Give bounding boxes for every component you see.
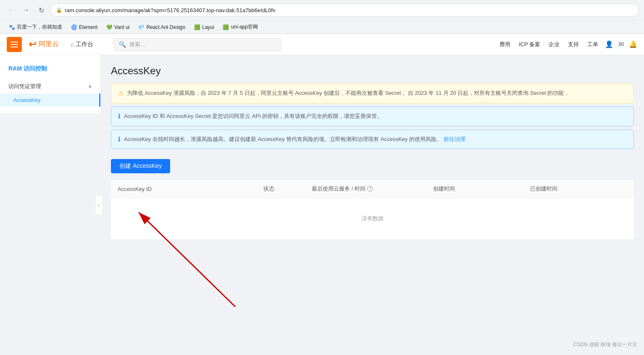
info-icon-1: ℹ: [118, 112, 121, 120]
lock-icon: 🔒: [56, 7, 62, 13]
page-title: AccessKey: [111, 65, 634, 77]
last-used-label: 最后使用云服务 / 时间: [312, 185, 365, 193]
reload-button[interactable]: ↻: [35, 4, 47, 16]
aliyun-logo[interactable]: ↩ 阿里云: [29, 39, 59, 50]
chevron-left-icon: <: [98, 203, 100, 208]
bookmark-icon-baidu: 🐾: [8, 24, 15, 31]
chevron-up-icon: ∧: [88, 84, 92, 89]
sidebar-section-label: 访问凭证管理: [8, 83, 41, 90]
accesskey-table: AccessKey ID 状态 最后使用云服务 / 时间 ? 创建时间 已创建时…: [111, 180, 634, 239]
nav-icp[interactable]: ICP 备案: [519, 41, 540, 48]
home-icon: ⌂: [71, 41, 74, 48]
last-used-help-icon[interactable]: ?: [367, 186, 373, 192]
workbench-button[interactable]: ⌂ 工作台: [66, 39, 98, 50]
header-search[interactable]: 🔍 搜索...: [113, 38, 281, 51]
bookmark-vant[interactable]: 💚Vant ui: [103, 23, 133, 32]
address-bar[interactable]: 🔒 ram.console.aliyun.com/manage/ak?spm=5…: [50, 3, 639, 17]
nav-support[interactable]: 支持: [568, 41, 579, 48]
info-icon-2: ℹ: [118, 136, 121, 143]
bookmark-label-uniapp: uni-app官网: [231, 23, 258, 31]
bookmark-uniapp[interactable]: 🟩uni-app官网: [219, 22, 261, 32]
csdn-hint-text: CSDN @跟 耿瑞 卷出一片天: [573, 342, 637, 347]
alert-info-1-text: AccessKey ID 和 AccessKey Secret 是您访问阿里云 …: [124, 112, 382, 121]
sidebar: RAM 访问控制 访问凭证管理 ∧ AccessKey: [0, 55, 101, 113]
person-icon[interactable]: 👤: [605, 40, 613, 48]
sidebar-title: RAM 访问控制: [0, 62, 100, 79]
nav-fees[interactable]: 费用: [499, 41, 510, 48]
warning-icon: ⚠: [118, 89, 124, 97]
alert-warning-text: 为降低 AccessKey 泄露风险，自 2023 年 7 月 5 日起，阿里云…: [127, 89, 569, 98]
search-placeholder: 搜索...: [129, 41, 145, 48]
bookmark-label-vant: Vant ui: [114, 24, 129, 30]
hamburger-button[interactable]: [7, 37, 22, 52]
bookmark-icon-uniapp: 🟩: [223, 24, 229, 31]
url-text: ram.console.aliyun.com/manage/ak?spm=517…: [65, 7, 633, 13]
goto-manage-link[interactable]: 前往治理: [444, 136, 465, 142]
bookmark-react-ant[interactable]: 💎React Ant Design: [135, 23, 189, 32]
nav-enterprise[interactable]: 企业: [549, 41, 560, 48]
nav-workorder[interactable]: 工单: [587, 41, 598, 48]
table-col-duration: 已创建时间: [530, 185, 627, 193]
bookmark-icon-layui: 🟩: [194, 24, 200, 31]
sidebar-section-credentials[interactable]: 访问凭证管理 ∧: [0, 79, 100, 94]
sidebar-collapse-button[interactable]: <: [96, 195, 103, 215]
browser-toolbar: ← → ↻ 🔒 ram.console.aliyun.com/manage/ak…: [0, 0, 644, 20]
bookmark-icon-element: 🌀: [71, 24, 77, 31]
bookmark-label-baidu: 百度一下，你就知道: [17, 23, 62, 31]
sidebar-wrapper: RAM 访问控制 访问凭证管理 ∧ AccessKey <: [0, 55, 101, 355]
bookmark-baidu[interactable]: 🐾百度一下，你就知道: [5, 22, 66, 32]
bookmark-element[interactable]: 🌀Element: [67, 23, 101, 32]
aliyun-logo-icon: ↩: [29, 39, 36, 50]
alert-info-1: ℹ AccessKey ID 和 AccessKey Secret 是您访问阿里…: [111, 107, 634, 126]
sidebar-item-accesskey[interactable]: AccessKey: [0, 94, 100, 107]
table-col-status: 状态: [263, 185, 312, 193]
alert-warning: ⚠ 为降低 AccessKey 泄露风险，自 2023 年 7 月 5 日起，阿…: [111, 84, 634, 103]
bookmark-layui[interactable]: 🟩Layui: [190, 23, 218, 32]
bookmark-icon-vant: 💚: [106, 24, 113, 31]
alert-info-2: ℹ AccessKey 在线时间越长，泄露风险越高。建议创建新 AccessKe…: [111, 130, 634, 149]
header-icons: 👤 ✉ 🔔: [605, 40, 637, 48]
table-empty-state: 没有数据: [111, 198, 634, 239]
main-content: AccessKey ⚠ 为降低 AccessKey 泄露风险，自 2023 年 …: [101, 55, 644, 355]
forward-button[interactable]: →: [20, 4, 32, 16]
aliyun-header: ↩ 阿里云 ⌂ 工作台 🔍 搜索... 费用 ICP 备案 企业 支持 工单 👤…: [0, 34, 644, 55]
table-col-id: AccessKey ID: [118, 186, 263, 192]
alert-info-2-main: AccessKey 在线时间越长，泄露风险越高。建议创建新 AccessKey …: [124, 136, 442, 142]
bookmarks-bar: 🐾百度一下，你就知道🌀Element💚Vant ui💎React Ant Des…: [0, 20, 644, 34]
bookmark-label-element: Element: [79, 24, 97, 30]
csdn-hint: CSDN @跟 耿瑞 卷出一片天: [573, 341, 637, 348]
bookmark-label-layui: Layui: [202, 24, 214, 30]
table-header: AccessKey ID 状态 最后使用云服务 / 时间 ? 创建时间 已创建时…: [111, 180, 634, 198]
header-nav: 费用 ICP 备案 企业 支持 工单: [499, 41, 598, 48]
empty-text: 没有数据: [362, 215, 384, 222]
hamburger-icon: [11, 42, 18, 47]
mail-icon[interactable]: ✉: [618, 40, 624, 48]
alert-info-2-text: AccessKey 在线时间越长，泄露风险越高。建议创建新 AccessKey …: [124, 135, 465, 144]
table-col-last-used: 最后使用云服务 / 时间 ?: [312, 185, 433, 193]
workbench-label: 工作台: [76, 41, 93, 48]
create-accesskey-button[interactable]: 创建 AccessKey: [111, 159, 170, 173]
back-button[interactable]: ←: [5, 4, 17, 16]
bell-icon[interactable]: 🔔: [629, 40, 637, 48]
main-layout: RAM 访问控制 访问凭证管理 ∧ AccessKey < AccessKey …: [0, 55, 644, 355]
bookmark-label-react-ant: React Ant Design: [147, 24, 186, 30]
table-col-created: 创建时间: [433, 185, 530, 193]
browser-chrome: ← → ↻ 🔒 ram.console.aliyun.com/manage/ak…: [0, 0, 644, 34]
bookmark-icon-react-ant: 💎: [138, 24, 145, 31]
aliyun-logo-text: 阿里云: [39, 40, 59, 49]
search-icon: 🔍: [119, 41, 126, 48]
